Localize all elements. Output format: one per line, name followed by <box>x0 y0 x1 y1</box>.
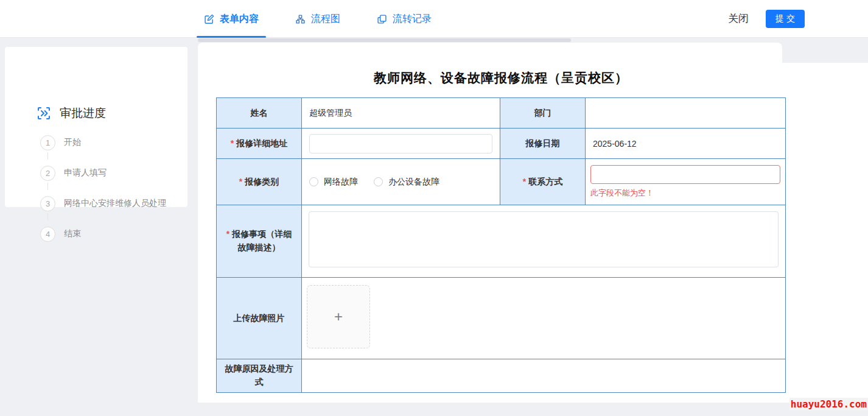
name-value: 超级管理员 <box>302 98 500 128</box>
department-value <box>586 98 785 128</box>
approval-progress-title: 审批进度 <box>60 105 106 121</box>
description-cell <box>302 205 785 277</box>
form-title: 教师网络、设备故障报修流程（呈贡校区） <box>216 69 786 86</box>
required-mark: * <box>239 177 242 186</box>
sitemap-icon <box>295 14 306 24</box>
contact-error-message: 此字段不能为空！ <box>590 188 654 199</box>
cause-value <box>302 359 785 392</box>
close-button[interactable]: 关闭 <box>728 12 749 26</box>
upload-photos-cell: + <box>302 278 785 359</box>
step-start: 1 开始 <box>5 127 187 158</box>
form-card-extension <box>782 63 868 403</box>
step-number: 4 <box>40 227 55 242</box>
approval-progress-panel: 审批进度 1 开始 2 申请人填写 3 网络中心安排维修人员处理 4 结束 <box>5 47 187 207</box>
step-number: 3 <box>40 196 55 211</box>
plus-icon: + <box>334 308 343 325</box>
step-number: 2 <box>40 166 55 181</box>
upload-photo-button[interactable]: + <box>307 285 370 348</box>
repair-date-value[interactable]: 2025-06-12 <box>586 129 785 158</box>
cause-label: 故障原因及处理方式 <box>217 359 301 392</box>
approval-steps: 1 开始 2 申请人填写 3 网络中心安排维修人员处理 4 结束 <box>5 127 187 249</box>
address-label: *报修详细地址 <box>217 129 301 158</box>
copy-document-icon <box>377 14 387 24</box>
category-label: *报修类别 <box>217 159 301 205</box>
radio-office-equipment-fault[interactable]: 办公设备故障 <box>374 177 439 188</box>
tab-bar: 表单内容 流程图 流转记录 <box>197 0 439 38</box>
step-network-center: 3 网络中心安排维修人员处理 <box>5 188 187 219</box>
category-radio-group: 网络故障 办公设备故障 <box>309 177 439 188</box>
edit-icon <box>204 14 214 24</box>
step-end: 4 结束 <box>5 219 187 249</box>
required-mark: * <box>226 229 229 239</box>
category-cell: 网络故障 办公设备故障 <box>302 159 500 205</box>
contact-input[interactable] <box>590 165 780 184</box>
step-label: 申请人填写 <box>64 167 107 178</box>
radio-icon[interactable] <box>309 177 318 186</box>
approval-progress-header: 审批进度 <box>37 105 106 121</box>
tab-label: 表单内容 <box>220 13 259 26</box>
horizontal-scrollbar[interactable] <box>198 38 868 43</box>
tab-form-content[interactable]: 表单内容 <box>197 0 266 38</box>
tab-label: 流程图 <box>311 13 340 26</box>
step-label: 开始 <box>64 137 81 148</box>
address-input[interactable] <box>309 134 492 153</box>
tab-transfer-record[interactable]: 流转记录 <box>369 0 439 38</box>
upload-photos-label: 上传故障照片 <box>217 278 301 359</box>
progress-icon <box>37 106 51 121</box>
description-textarea[interactable] <box>309 211 779 267</box>
tab-label: 流转记录 <box>393 13 432 26</box>
radio-label: 网络故障 <box>324 177 358 188</box>
contact-cell: 此字段不能为空！ <box>586 159 785 205</box>
required-mark: * <box>523 177 526 186</box>
radio-icon[interactable] <box>374 177 383 186</box>
submit-button[interactable]: 提交 <box>766 10 805 28</box>
radio-network-fault[interactable]: 网络故障 <box>309 177 358 188</box>
contact-label: *联系方式 <box>500 159 585 205</box>
name-label: 姓名 <box>217 98 301 128</box>
description-label: *报修事项（详细故障描述） <box>217 205 301 277</box>
repair-date-label: 报修日期 <box>500 129 585 158</box>
step-label: 网络中心安排维修人员处理 <box>64 198 166 209</box>
department-label: 部门 <box>500 98 585 128</box>
repair-form-table: 姓名 超级管理员 部门 *报修详细地址 报修日期 2025-06-12 *报修类… <box>216 97 786 393</box>
top-header: 表单内容 流程图 流转记录 关闭 提交 <box>0 0 868 38</box>
step-applicant-fill: 2 申请人填写 <box>5 158 187 188</box>
radio-label: 办公设备故障 <box>388 177 439 188</box>
tab-flowchart[interactable]: 流程图 <box>288 0 348 38</box>
address-cell <box>302 129 500 158</box>
scrollbar-thumb[interactable] <box>198 38 571 42</box>
step-number: 1 <box>40 135 55 150</box>
required-mark: * <box>231 138 234 148</box>
site-watermark: huayu2016.com <box>789 398 868 411</box>
step-label: 结束 <box>64 228 81 239</box>
